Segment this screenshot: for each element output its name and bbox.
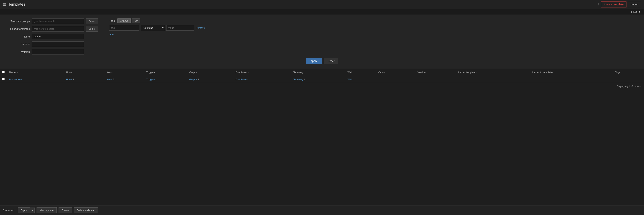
tag-value-input[interactable] [166, 25, 194, 31]
top-bar-right: ? Create template Import [598, 2, 641, 8]
filter-panel: Template groups Select Linked templates … [0, 15, 644, 69]
table-header-row: Name ▲ Hosts Items Triggers Graphs Dashb… [0, 69, 644, 76]
menu-icon[interactable]: ☰ [3, 3, 6, 7]
row-graphs-cell: Graphs1 [187, 76, 234, 83]
dashboards-link[interactable]: Dashboards [236, 78, 248, 81]
filter-left: Template groups Select Linked templates … [6, 19, 98, 55]
tag-name-input[interactable] [109, 25, 139, 31]
web-link[interactable]: Web [348, 78, 352, 81]
export-button[interactable]: Export [18, 207, 30, 213]
vendor-row: Vendor [6, 42, 98, 47]
vendor-input[interactable] [32, 42, 84, 47]
top-bar: ☰ Templates ? Create template Import [0, 0, 644, 9]
row-vendor-cell [376, 76, 415, 83]
triggers-link[interactable]: Triggers [146, 78, 155, 81]
col-triggers: Triggers [144, 69, 187, 76]
filter-label: Filter [631, 10, 637, 13]
top-bar-left: ☰ Templates [3, 2, 25, 7]
filter-icon[interactable]: ▼ [638, 10, 641, 14]
row-hosts-cell: Hosts1 [64, 76, 104, 83]
table-body: Prometheus Hosts1 Items5 Triggers Graphs… [0, 76, 644, 83]
tags-and-or-button[interactable]: And/Or [118, 19, 131, 23]
template-name-link[interactable]: Prometheus [9, 78, 22, 81]
row-checkbox-cell [0, 76, 7, 83]
export-caret-button[interactable]: ▾ [30, 207, 35, 213]
apply-button[interactable]: Apply [306, 58, 322, 64]
col-name[interactable]: Name ▲ [7, 69, 64, 76]
row-name-cell: Prometheus [7, 76, 64, 83]
pagination-row: Displaying 1 of 1 found [0, 83, 644, 90]
add-tag-link[interactable]: Add [109, 33, 114, 36]
hosts-count: 1 [73, 78, 74, 81]
reset-button[interactable]: Reset [324, 58, 338, 64]
template-groups-label: Template groups [6, 20, 30, 23]
discovery-link[interactable]: Discovery [292, 78, 303, 81]
col-hosts: Hosts [64, 69, 104, 76]
templates-table: Name ▲ Hosts Items Triggers Graphs Dashb… [0, 69, 644, 83]
help-icon[interactable]: ? [598, 3, 600, 6]
create-template-button[interactable]: Create template [601, 2, 626, 8]
vendor-label: Vendor [6, 43, 30, 46]
linked-templates-label: Linked templates [6, 28, 30, 31]
page-title: Templates [8, 2, 25, 7]
select-all-checkbox[interactable] [2, 71, 5, 73]
import-button[interactable]: Import [628, 2, 641, 7]
selected-count: 0 selected [3, 209, 14, 212]
delete-and-clear-button[interactable]: Delete and clear [74, 207, 98, 213]
col-name-label: Name [9, 71, 16, 74]
row-version-cell [415, 76, 456, 83]
tags-row: Contains Equals Does not contain Does no… [109, 25, 205, 31]
delete-button[interactable]: Delete [58, 207, 72, 213]
col-graphs: Graphs [187, 69, 234, 76]
tag-condition-select[interactable]: Contains Equals Does not contain Does no… [140, 25, 165, 31]
items-count: 5 [113, 78, 114, 81]
linked-templates-row: Linked templates Select [6, 26, 98, 32]
remove-tag-link[interactable]: Remove [196, 27, 205, 29]
row-linked-to-templates-cell [530, 76, 613, 83]
version-input[interactable] [32, 49, 84, 55]
row-discovery-cell: Discovery1 [290, 76, 345, 83]
col-version: Version [415, 69, 456, 76]
table-container: Name ▲ Hosts Items Triggers Graphs Dashb… [0, 69, 644, 90]
col-linked-templates: Linked templates [456, 69, 530, 76]
version-label: Version [6, 50, 30, 53]
name-input[interactable] [32, 34, 84, 39]
items-link[interactable]: Items [107, 78, 112, 81]
col-items: Items [104, 69, 144, 76]
filter-bar: Filter ▼ [0, 9, 644, 15]
template-groups-select-button[interactable]: Select [86, 19, 98, 24]
row-checkbox[interactable] [2, 78, 5, 80]
hosts-link[interactable]: Hosts [66, 78, 72, 81]
graphs-link[interactable]: Graphs [190, 78, 198, 81]
template-groups-row: Template groups Select [6, 19, 98, 24]
tags-header: Tags And/Or Or [109, 19, 205, 23]
row-triggers-cell: Triggers [144, 76, 187, 83]
graphs-count: 1 [198, 78, 199, 81]
col-vendor: Vendor [376, 69, 415, 76]
row-dashboards-cell: Dashboards [233, 76, 290, 83]
filter-right: Tags And/Or Or Contains Equals Does not … [109, 19, 205, 36]
row-tags-cell [613, 76, 644, 83]
mass-update-button[interactable]: Mass update [36, 207, 57, 213]
col-dashboards: Dashboards [233, 69, 290, 76]
version-row: Version [6, 49, 98, 55]
name-row: Name [6, 34, 98, 39]
row-linked-templates-cell [456, 76, 530, 83]
sort-icon: ▲ [17, 72, 19, 74]
discovery-count: 1 [304, 78, 305, 81]
row-web-cell: Web [345, 76, 376, 83]
filter-actions: Apply Reset [6, 58, 638, 64]
tags-label: Tags [109, 20, 115, 22]
filter-grid: Template groups Select Linked templates … [6, 19, 638, 55]
table-header: Name ▲ Hosts Items Triggers Graphs Dashb… [0, 69, 644, 76]
template-groups-input[interactable] [32, 19, 84, 24]
col-web: Web [345, 69, 376, 76]
add-tag-row: Add [109, 33, 205, 36]
tags-or-button[interactable]: Or [132, 19, 140, 23]
row-items-cell: Items5 [104, 76, 144, 83]
table-row: Prometheus Hosts1 Items5 Triggers Graphs… [0, 76, 644, 83]
linked-templates-input[interactable] [32, 26, 84, 32]
col-linked-to-templates: Linked to templates [530, 69, 613, 76]
linked-templates-select-button[interactable]: Select [86, 26, 98, 32]
bottom-bar: 0 selected Export ▾ Mass update Delete D… [0, 205, 644, 215]
